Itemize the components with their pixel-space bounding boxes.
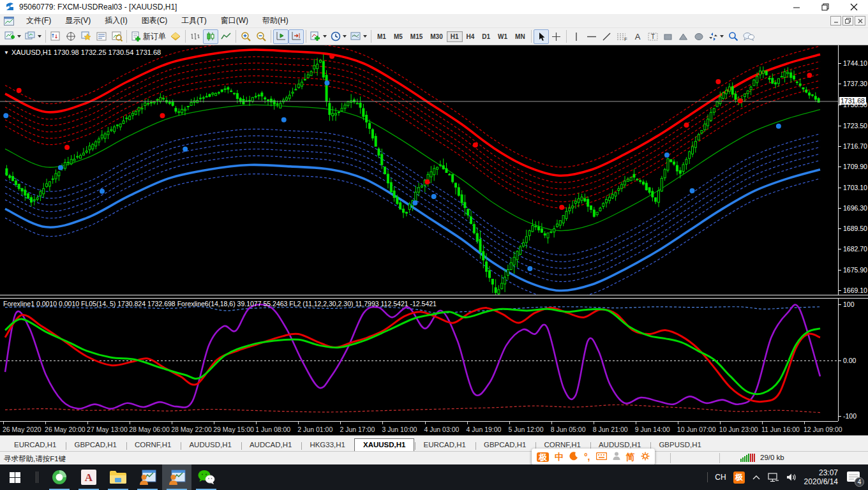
horizontal-line-tool-button[interactable] [584,29,599,44]
navigator-star-icon [81,31,92,41]
menu-item-6[interactable]: 窗口(W) [214,13,255,28]
chart-tab-5[interactable]: HKG33,H1 [301,438,354,451]
window-close-button[interactable] [839,0,868,14]
chart-tab-11[interactable]: GBPUSD,H1 [650,438,710,451]
timeframe-button-m15[interactable]: M15 [407,31,426,42]
terminal-button[interactable] [94,29,109,44]
chart-tab-6[interactable]: XAUUSD,H1 [354,438,414,451]
taskbar-app-browser[interactable] [45,464,74,490]
metaeditor-button[interactable] [168,29,183,44]
navigator-button[interactable] [79,29,94,44]
chart-tab-3[interactable]: AUDUSD,H1 [180,438,240,451]
person-icon[interactable] [613,452,620,462]
dropdown-arrow-icon [323,35,327,38]
timeframe-button-h1[interactable]: H1 [447,31,463,42]
trendline-tool-button[interactable] [599,29,615,44]
ellipse-shape-button[interactable] [691,29,707,44]
child-restore-button[interactable] [842,16,853,26]
language-indicator[interactable]: CH [715,473,726,482]
chart-tab-2[interactable]: CORNF,H1 [126,438,181,451]
main-chart-plot[interactable] [0,45,838,295]
arrows-tool-button[interactable] [707,29,726,44]
timeframe-button-mn[interactable]: MN [511,31,529,42]
search-button[interactable] [726,29,741,44]
menu-item-2[interactable]: 显示(V) [58,13,98,28]
chart-line-button[interactable] [218,29,234,44]
timeframe-button-m1[interactable]: M1 [373,31,390,42]
new-chart-button[interactable] [3,29,23,44]
toolbar-separator [271,30,271,43]
chart-tab-1[interactable]: GBPCAD,H1 [65,438,125,451]
price-tick-label: 1723.50 [843,122,867,130]
market-watch-button[interactable] [48,29,63,44]
window-restore-button[interactable] [811,0,839,14]
window-minimize-button[interactable] [782,0,811,14]
time-axis[interactable]: 26 May 202026 May 20:0027 May 13:0028 Ma… [0,421,838,435]
text-tool-button[interactable]: A [630,29,645,44]
crosshair-tool-button[interactable] [549,29,564,44]
rectangle-shape-button[interactable] [661,29,676,44]
menu-item-7[interactable]: 帮助(H) [255,13,296,28]
speaker-icon[interactable] [786,473,797,482]
fibonacci-tool-button[interactable]: F [615,29,630,44]
data-window-button[interactable] [63,29,79,44]
triangle-shape-button[interactable] [676,29,691,44]
templates-button[interactable] [348,29,369,44]
ime-mode-badge[interactable]: 极 [537,452,549,462]
cursor-tool-button[interactable] [534,29,549,44]
keyboard-icon[interactable] [596,452,607,462]
timeframe-button-d1[interactable]: D1 [478,31,494,42]
timeframe-button-h4[interactable]: H4 [463,31,479,42]
moon-icon[interactable] [569,452,578,463]
symbol-dropdown-icon[interactable]: ▼ [4,50,9,56]
chart-tab-8[interactable]: GBPCAD,H1 [475,438,535,451]
panel-splitter[interactable] [0,295,868,299]
notification-center-button[interactable]: 4 [845,469,862,486]
timeframe-button-m30[interactable]: M30 [426,31,446,42]
vertical-line-tool-button[interactable] [569,29,584,44]
menu-item-1[interactable]: 文件(F) [19,13,58,28]
network-icon[interactable] [768,473,779,482]
chart-bars-button[interactable] [188,29,203,44]
text-label-tool-button[interactable]: T [645,29,661,44]
chart-tab-7[interactable]: EURCAD,H1 [414,438,474,451]
menu-item-5[interactable]: 工具(T) [174,13,213,28]
chart-tab-4[interactable]: AUDCAD,H1 [241,438,301,451]
menu-item-3[interactable]: 插入(I) [98,13,134,28]
price-tick-label: 1737.30 [843,80,867,87]
tray-ime-badge[interactable]: 极 [733,471,745,484]
periods-button[interactable] [329,29,348,44]
taskbar-app-mt4-2-active[interactable] [162,464,191,490]
taskbar-app-autocad[interactable]: A [74,464,103,490]
profiles-button[interactable] [23,29,43,44]
clock[interactable]: 23:07 2020/6/14 [804,468,838,486]
taskbar-app-file-explorer[interactable] [103,464,133,490]
child-minimize-button[interactable] [830,16,841,26]
chart-candles-button[interactable] [203,29,218,44]
tray-chevron-up-icon[interactable] [752,474,761,480]
ime-chinese-label[interactable]: 中 [555,452,564,461]
price-scale[interactable]: 1744.101737.301730.501723.501716.701709.… [838,45,868,421]
new-order-button[interactable]: 新订单 [129,29,168,44]
timeframe-button-w1[interactable]: W1 [494,31,511,42]
chart-shift-button[interactable] [288,29,304,44]
gear-icon[interactable] [641,452,650,463]
auto-scroll-button[interactable] [273,29,288,44]
zoom-in-button[interactable] [238,29,253,44]
indicators-button[interactable] [308,29,329,44]
taskbar-app-wechat[interactable] [191,464,221,490]
start-button[interactable] [0,464,29,490]
community-chat-button[interactable] [741,29,756,44]
zoom-out-button[interactable] [253,29,269,44]
ime-simplified-label[interactable]: 简 [626,452,635,461]
time-axis-label: 1 Jun 08:00 [255,426,290,433]
time-axis-label: 26 May 20:00 [45,426,86,433]
child-close-button[interactable] [855,16,865,26]
strategy-tester-button[interactable] [109,29,124,44]
menu-item-4[interactable]: 图表(C) [135,13,175,28]
taskbar-app-mt4-1[interactable] [133,464,162,490]
chart-tab-0[interactable]: EURCAD,H1 [5,438,65,451]
timeframe-button-m5[interactable]: M5 [390,31,407,42]
indicator-panel-plot[interactable] [0,298,838,421]
ime-punctuation-label[interactable]: °, [584,452,590,461]
